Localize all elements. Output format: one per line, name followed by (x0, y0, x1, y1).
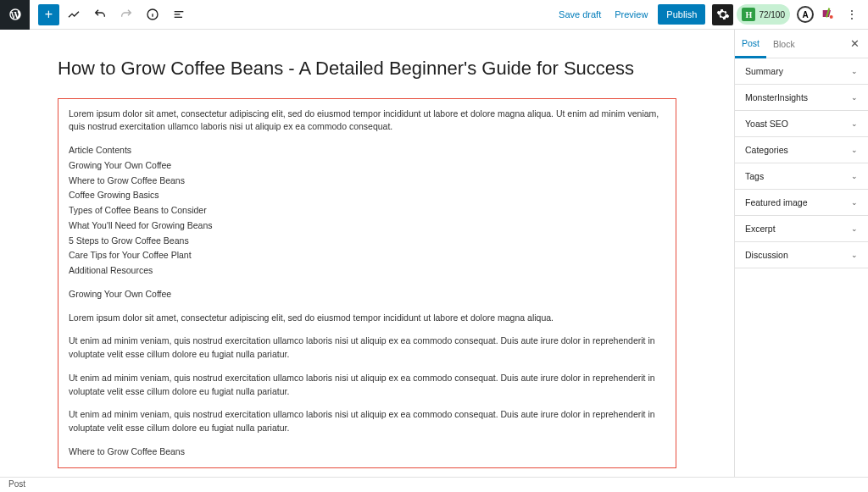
content-block-selected[interactable]: Lorem ipsum dolor sit amet, consectetur … (58, 98, 676, 468)
more-options-icon[interactable]: ⋮ (841, 8, 863, 20)
analytics-icon[interactable]: A (797, 6, 814, 23)
settings-gear-icon[interactable] (712, 4, 733, 25)
chevron-down-icon: ⌄ (851, 93, 858, 102)
section-heading[interactable]: Growing Your Own Coffee (69, 288, 665, 301)
redo-icon[interactable] (114, 3, 138, 26)
panel-excerpt[interactable]: Excerpt⌄ (735, 216, 868, 242)
body-paragraph[interactable]: Lorem ipsum dolor sit amet, consectetur … (69, 312, 665, 325)
toc-item[interactable]: Coffee Growing Basics (69, 189, 665, 202)
toc-item[interactable]: What You'll Need for Growing Beans (69, 219, 665, 233)
topbar-right-group: Save draft Preview Publish H 72/100 A ⋮ (552, 4, 868, 25)
info-icon[interactable] (141, 3, 164, 26)
body-paragraph[interactable]: Ut enim ad minim veniam, quis nostrud ex… (69, 408, 665, 435)
chevron-down-icon: ⌄ (851, 172, 858, 180)
chevron-down-icon: ⌄ (851, 67, 858, 75)
intro-paragraph[interactable]: Lorem ipsum dolor sit amet, consectetur … (69, 108, 665, 135)
body-paragraph[interactable]: Ut enim ad minim veniam, quis nostrud ex… (69, 372, 665, 399)
footer-breadcrumb: Post (0, 477, 868, 492)
toc-heading[interactable]: Article Contents (69, 144, 665, 158)
settings-sidebar: Post Block ✕ Summary⌄ MonsterInsights⌄ Y… (734, 30, 868, 477)
toc-item[interactable]: Growing Your Own Coffee (69, 159, 665, 173)
seo-score-pill[interactable]: H 72/100 (737, 4, 790, 25)
publish-button[interactable]: Publish (658, 4, 705, 25)
toc-item[interactable]: Types of Coffee Beans to Consider (69, 204, 665, 218)
toc-item[interactable]: Additional Resources (69, 264, 665, 278)
chevron-down-icon: ⌄ (851, 251, 858, 259)
yoast-icon[interactable] (821, 7, 836, 22)
chevron-down-icon: ⌄ (851, 119, 858, 128)
top-toolbar: + Save draft Preview Publish H 72/100 A … (0, 0, 868, 30)
chevron-down-icon: ⌄ (851, 198, 858, 207)
seo-score-value: 72/100 (759, 10, 785, 19)
panel-summary[interactable]: Summary⌄ (735, 58, 868, 85)
panel-yoast-seo[interactable]: Yoast SEO⌄ (735, 111, 868, 137)
close-sidebar-icon[interactable]: ✕ (842, 37, 868, 50)
add-block-button[interactable]: + (38, 4, 59, 25)
outline-icon[interactable] (167, 3, 191, 26)
save-draft-button[interactable]: Save draft (552, 9, 608, 19)
post-title[interactable]: How to Grow Coffee Beans - A Detailed Be… (58, 57, 676, 81)
toc-item[interactable]: Where to Grow Coffee Beans (69, 174, 665, 188)
wordpress-logo-icon[interactable] (0, 0, 30, 30)
headline-h-icon: H (742, 8, 755, 21)
edit-tool-icon[interactable] (62, 3, 86, 26)
chevron-down-icon: ⌄ (851, 224, 858, 233)
tab-post[interactable]: Post (735, 30, 766, 58)
preview-button[interactable]: Preview (608, 9, 654, 19)
panel-tags[interactable]: Tags⌄ (735, 163, 868, 190)
sidebar-tabs: Post Block ✕ (735, 30, 868, 58)
panel-monsterinsights[interactable]: MonsterInsights⌄ (735, 85, 868, 111)
main-area: How to Grow Coffee Beans - A Detailed Be… (0, 30, 868, 477)
panel-featured-image[interactable]: Featured image⌄ (735, 190, 868, 216)
toc-item[interactable]: 5 Steps to Grow Coffee Beans (69, 235, 665, 248)
editor-canvas[interactable]: How to Grow Coffee Beans - A Detailed Be… (0, 30, 734, 477)
panel-categories[interactable]: Categories⌄ (735, 137, 868, 163)
breadcrumb-item[interactable]: Post (8, 479, 25, 489)
undo-icon[interactable] (88, 3, 112, 26)
section-heading[interactable]: Where to Grow Coffee Beans (69, 445, 665, 459)
toc-item[interactable]: Care Tips for Your Coffee Plant (69, 249, 665, 263)
tab-block[interactable]: Block (766, 30, 802, 58)
panel-discussion[interactable]: Discussion⌄ (735, 242, 868, 268)
body-paragraph[interactable]: Ut enim ad minim veniam, quis nostrud ex… (69, 334, 665, 362)
chevron-down-icon: ⌄ (851, 146, 858, 154)
svg-point-6 (830, 15, 833, 19)
